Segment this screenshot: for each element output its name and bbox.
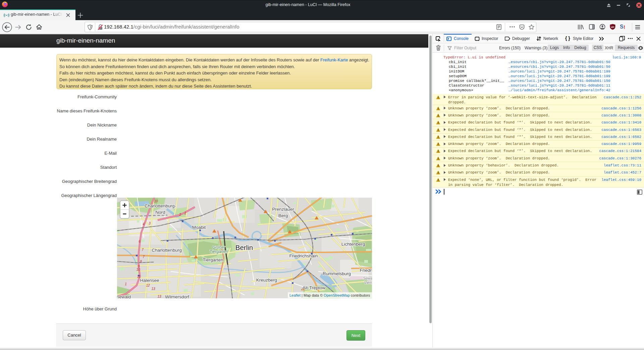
svg-text:uO: uO <box>611 26 614 28</box>
svg-text:Charlottenburg-: Charlottenburg- <box>145 203 176 208</box>
svg-text:unewald: unewald <box>117 294 131 298</box>
svg-text:2: 2 <box>179 213 181 216</box>
svg-text:Rummelsburg: Rummelsburg <box>323 271 351 276</box>
svg-text:Tiergarten: Tiergarten <box>210 249 228 254</box>
svg-text:Nord: Nord <box>155 210 165 215</box>
svg-text:Friedrichshain: Friedrichshain <box>289 253 318 258</box>
svg-text:Kreuzberg: Kreuzberg <box>256 278 277 283</box>
svg-text:Tiergarten: Tiergarten <box>203 257 223 262</box>
svg-text:7: 7 <box>143 255 145 259</box>
svg-text:13: 13 <box>151 287 155 291</box>
svg-text:Friedric: Friedric <box>360 268 372 273</box>
svg-text:Leaflet | Map data © OpenStree: Leaflet | Map data © OpenStreetMap contr… <box>289 293 370 297</box>
svg-text:Halensee: Halensee <box>140 278 159 283</box>
svg-text:10: 10 <box>154 199 158 203</box>
svg-text:Prenzlauer: Prenzlauer <box>272 207 294 212</box>
svg-text:Moabit: Moabit <box>192 225 206 230</box>
svg-text:12: 12 <box>146 284 150 287</box>
svg-text:Großer: Großer <box>212 245 225 250</box>
svg-text:Wilmersdorf: Wilmersdorf <box>165 294 189 298</box>
svg-text:7: 7 <box>142 248 144 252</box>
svg-text:Berlin: Berlin <box>235 244 253 251</box>
svg-text:Berg: Berg <box>278 213 288 218</box>
svg-text:Sewan-: Sewan- <box>363 276 372 280</box>
svg-text:8: 8 <box>140 260 142 263</box>
svg-text:4: 4 <box>143 222 145 226</box>
svg-text:1: 1 <box>184 211 186 215</box>
svg-text:13: 13 <box>157 295 161 298</box>
svg-text:Charlottenburg: Charlottenburg <box>152 248 181 253</box>
svg-text:Viertel: Viertel <box>364 281 372 285</box>
svg-text:Alt-Treptow: Alt-Treptow <box>303 285 326 290</box>
svg-text:10: 10 <box>136 268 140 271</box>
svg-text:1: 1 <box>125 282 127 286</box>
svg-text:3: 3 <box>149 221 151 225</box>
svg-text:6: 6 <box>139 240 141 243</box>
svg-text:Lichtenberg: Lichtenberg <box>341 242 365 247</box>
